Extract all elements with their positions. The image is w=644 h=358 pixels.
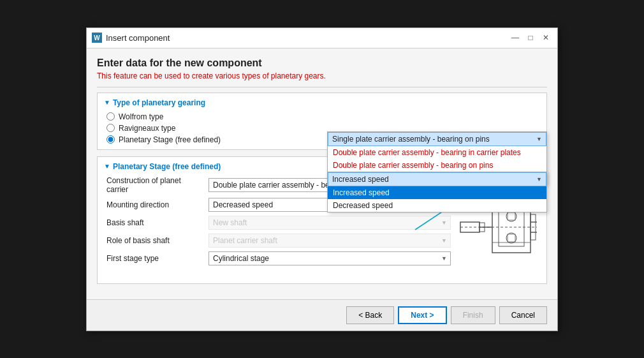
radio-planetary-input[interactable] bbox=[106, 135, 115, 144]
label-mounting: Mounting direction bbox=[106, 200, 202, 209]
window-title: Insert component bbox=[106, 33, 170, 43]
divider-top bbox=[97, 87, 547, 87]
dropdown-option-2[interactable]: Double plate carrier assembly - bearing … bbox=[328, 159, 546, 172]
radio-wolfrom[interactable]: Wolfrom type bbox=[106, 112, 540, 121]
first-stage-select[interactable]: Cylindrical stage bbox=[209, 251, 451, 265]
title-controls: — □ ✕ bbox=[509, 31, 552, 44]
bottom-bar: < Back Next > Finish Cancel bbox=[87, 299, 557, 331]
next-button[interactable]: Next > bbox=[398, 306, 446, 324]
first-stage-wrapper: Cylindrical stage bbox=[209, 251, 451, 265]
cancel-button[interactable]: Cancel bbox=[499, 306, 547, 324]
dropdown-construction-trigger[interactable]: Single plate carrier assembly - bearing … bbox=[328, 132, 546, 146]
dropdown-mounting: Increased speed ▼ Increased speed Decrea… bbox=[327, 172, 547, 213]
radio-wolfrom-input[interactable] bbox=[106, 112, 115, 121]
role-shaft-wrapper: Planet carrier shaft bbox=[209, 234, 451, 248]
dropdown-construction-value: Single plate carrier assembly - bearing … bbox=[332, 135, 490, 144]
dropdown-mounting-arrow: ▼ bbox=[536, 176, 542, 183]
label-role-shaft: Role of basis shaft bbox=[106, 236, 202, 245]
dropdown-mounting-value: Increased speed bbox=[332, 175, 389, 184]
finish-button: Finish bbox=[451, 306, 495, 324]
label-construction: Construction of planet carrier bbox=[106, 176, 202, 194]
basis-shaft-wrapper: New shaft bbox=[209, 216, 451, 230]
radio-ravigneaux-input[interactable] bbox=[106, 124, 115, 132]
svg-rect-7 bbox=[508, 234, 515, 242]
maximize-button[interactable]: □ bbox=[524, 31, 537, 44]
svg-rect-6 bbox=[508, 213, 515, 220]
dropdown-option-1[interactable]: Double plate carrier assembly - bearing … bbox=[328, 146, 546, 159]
dropdown-mounting-option-1[interactable]: Increased speed bbox=[328, 186, 546, 199]
label-basis-shaft: Basis shaft bbox=[106, 218, 202, 227]
dropdown-mounting-option-2[interactable]: Decreased speed bbox=[328, 199, 546, 212]
main-window: W Insert component — □ ✕ Enter data for … bbox=[86, 27, 558, 331]
minimize-button[interactable]: — bbox=[509, 31, 522, 44]
main-title: Enter data for the new component bbox=[97, 57, 547, 69]
section-type-header: Type of planetary gearing bbox=[104, 98, 540, 107]
title-bar-left: W Insert component bbox=[92, 33, 170, 43]
role-shaft-select: Planet carrier shaft bbox=[209, 234, 451, 248]
title-bar: W Insert component — □ ✕ bbox=[87, 28, 557, 48]
app-icon: W bbox=[92, 33, 102, 43]
close-button[interactable]: ✕ bbox=[539, 31, 552, 44]
dropdown-mounting-trigger[interactable]: Increased speed ▼ bbox=[328, 172, 546, 186]
label-first-stage: First stage type bbox=[106, 254, 202, 263]
dropdown-construction-arrow: ▼ bbox=[536, 136, 542, 142]
basis-shaft-select: New shaft bbox=[209, 216, 451, 230]
back-button[interactable]: < Back bbox=[346, 306, 394, 324]
subtitle: This feature can be used to create vario… bbox=[97, 71, 547, 80]
